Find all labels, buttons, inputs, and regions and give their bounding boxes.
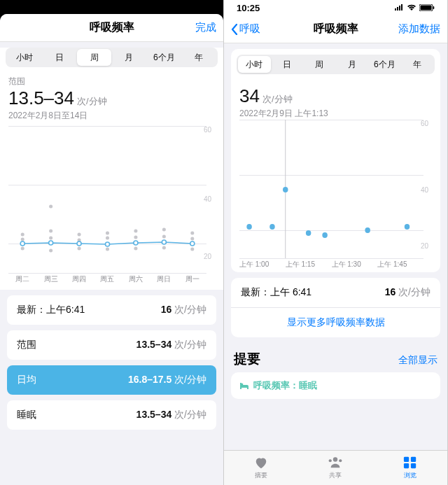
stat-row-daily-avg[interactable]: 日均 16.8–17.5 次/分钟 — [7, 365, 216, 395]
seg-hour[interactable]: 小时 — [238, 56, 271, 73]
tab-sharing[interactable]: 共享 — [298, 451, 372, 485]
status-time: 10:25 — [237, 3, 260, 13]
xtick: 周一 — [178, 274, 206, 287]
status-indicators — [394, 4, 435, 11]
tab-label: 浏览 — [404, 471, 416, 480]
metric-date: 2022年2月8日至14日 — [8, 110, 215, 122]
seg-hour[interactable]: 小时 — [7, 49, 42, 66]
stat-row-range[interactable]: 范围 13.5–34 次/分钟 — [7, 330, 216, 360]
svg-point-23 — [190, 232, 194, 235]
xtick: 周二 — [8, 274, 36, 287]
highlight-sleep-card[interactable]: 呼吸频率：睡眠 — [231, 372, 440, 399]
svg-rect-49 — [404, 463, 409, 468]
grid-icon — [402, 456, 418, 470]
show-all-link[interactable]: 全部显示 — [398, 354, 438, 367]
highlight-label: 呼吸频率：睡眠 — [253, 379, 317, 392]
svg-point-29 — [134, 241, 138, 245]
highlights-header: 提要 全部显示 — [224, 340, 447, 371]
row-value: 13.5–34 — [136, 409, 172, 420]
time-range-segmented[interactable]: 小时 日 周 月 6个月 年 — [6, 48, 218, 67]
page-title: 呼吸频率 — [0, 20, 223, 35]
svg-point-5 — [21, 247, 24, 251]
svg-point-14 — [106, 232, 109, 235]
latest-card: 最新：上午 6:41 16 次/分钟 显示更多呼吸频率数据 — [231, 278, 440, 337]
svg-point-42 — [405, 224, 410, 230]
svg-point-27 — [77, 241, 81, 246]
status-indicators — [170, 4, 211, 11]
svg-point-41 — [365, 227, 370, 233]
row-value: 13.5–34 — [136, 339, 172, 350]
seg-year[interactable]: 年 — [401, 56, 434, 73]
heart-icon — [253, 456, 269, 470]
xtick: 上午 1:45 — [377, 260, 424, 272]
svg-point-36 — [246, 224, 252, 230]
svg-rect-33 — [421, 6, 432, 10]
status-time: 10:26 — [13, 3, 36, 13]
svg-point-15 — [106, 248, 109, 251]
stat-row-latest[interactable]: 最新：上午6:41 16 次/分钟 — [7, 295, 216, 325]
chart-card: 小时 日 周 月 6个月 年 34 次/分钟 2022年2月9日 上午1:13 — [231, 49, 440, 272]
seg-week[interactable]: 周 — [303, 56, 336, 73]
done-button[interactable]: 完成 — [195, 21, 216, 34]
row-label: 日均 — [17, 374, 36, 386]
stat-row-sleep[interactable]: 睡眠 13.5–34 次/分钟 — [7, 400, 216, 430]
row-value: 16 — [161, 304, 172, 315]
seg-6month[interactable]: 6个月 — [146, 49, 181, 66]
svg-point-4 — [21, 233, 24, 237]
tab-bar: 摘要 共享 浏览 — [224, 450, 447, 485]
row-value: 16.8–17.5 — [128, 374, 172, 385]
back-button[interactable]: 呼吸 — [231, 22, 260, 36]
tab-browse[interactable]: 浏览 — [373, 451, 447, 485]
seg-month[interactable]: 月 — [111, 49, 146, 66]
status-bar: 10:26 — [0, 0, 223, 15]
svg-point-46 — [340, 459, 342, 462]
xtick: 周五 — [93, 274, 121, 287]
tab-label: 摘要 — [255, 471, 267, 480]
latest-unit: 次/分钟 — [398, 286, 430, 297]
nav-bar: 呼吸 呼吸频率 添加数据 — [224, 15, 447, 43]
svg-point-22 — [190, 237, 194, 241]
latest-value: 16 — [385, 286, 396, 297]
tab-label: 共享 — [329, 471, 342, 480]
svg-point-40 — [322, 232, 328, 238]
svg-point-39 — [306, 230, 312, 236]
row-label: 最新：上午6:41 — [17, 304, 85, 316]
metric-value: 13.5–34 — [8, 87, 74, 109]
svg-point-6 — [49, 237, 52, 240]
seg-month[interactable]: 月 — [336, 56, 369, 73]
xtick: 周四 — [65, 274, 93, 287]
row-label: 范围 — [17, 339, 36, 351]
chevron-left-icon — [231, 24, 238, 35]
xtick: 周三 — [36, 274, 64, 287]
svg-point-31 — [190, 241, 195, 246]
row-label: 睡眠 — [17, 409, 36, 421]
latest-label: 最新：上午 6:41 — [241, 286, 312, 299]
time-range-segmented[interactable]: 小时 日 周 月 6个月 年 — [237, 55, 435, 74]
svg-rect-47 — [404, 457, 409, 462]
metric-header: 34 次/分钟 2022年2月9日 上午1:13 — [231, 80, 440, 120]
seg-year[interactable]: 年 — [181, 49, 216, 66]
xtick: 上午 1:00 — [239, 260, 286, 272]
tab-summary[interactable]: 摘要 — [224, 451, 298, 485]
seg-6month[interactable]: 6个月 — [368, 56, 401, 73]
svg-point-13 — [106, 237, 109, 240]
week-chart[interactable]: 60 40 20 — [8, 126, 223, 287]
seg-day[interactable]: 日 — [271, 56, 304, 73]
section-title: 提要 — [234, 350, 260, 368]
status-bar: 10:25 — [224, 0, 447, 15]
svg-point-21 — [162, 246, 166, 250]
show-more-link[interactable]: 显示更多呼吸频率数据 — [231, 307, 440, 337]
seg-week[interactable]: 周 — [77, 49, 112, 66]
svg-point-24 — [190, 248, 194, 251]
svg-point-7 — [49, 230, 52, 233]
seg-day[interactable]: 日 — [42, 49, 77, 66]
svg-point-26 — [49, 241, 53, 245]
svg-point-30 — [162, 240, 166, 244]
add-data-button[interactable]: 添加数据 — [398, 22, 440, 36]
svg-point-9 — [49, 249, 52, 253]
hour-chart[interactable]: 60 40 20 — [239, 120, 440, 272]
svg-point-45 — [329, 459, 332, 462]
svg-point-19 — [162, 235, 166, 239]
svg-rect-50 — [411, 463, 416, 468]
xtick: 周六 — [122, 274, 150, 287]
